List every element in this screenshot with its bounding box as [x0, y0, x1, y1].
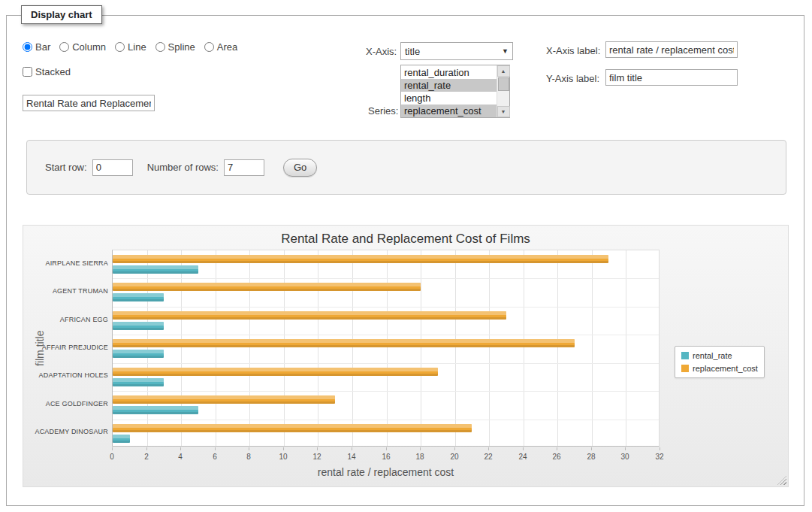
x-tick-label: 22 — [477, 453, 500, 461]
radio-area-input[interactable] — [204, 42, 214, 52]
series-option-list: rental_duration rental_rate length repla… — [401, 65, 497, 117]
gridline — [113, 363, 659, 364]
x-tick-label: 30 — [614, 453, 636, 461]
bar-replacement_cost — [113, 395, 335, 404]
tick-mark — [557, 447, 557, 450]
gridline — [284, 250, 285, 446]
tick-mark — [146, 447, 147, 450]
stacked-checkbox-input[interactable] — [23, 67, 32, 77]
stacked-checkbox-item[interactable]: Stacked — [23, 66, 71, 77]
panel-legend: Display chart — [21, 5, 102, 24]
chevron-down-icon: ▼ — [502, 47, 509, 55]
category-label: ACE GOLDFINGER — [26, 400, 108, 407]
x-tick-label: 10 — [272, 453, 294, 461]
radio-area[interactable]: Area — [204, 41, 237, 53]
series-option-length[interactable]: length — [401, 92, 497, 105]
chart-title-input[interactable] — [23, 95, 155, 111]
x-tick-label: 18 — [409, 453, 431, 461]
gridline — [592, 250, 593, 446]
legend-item[interactable]: rental_rate — [681, 351, 758, 360]
bar-rental_rate — [113, 293, 164, 301]
radio-column-input[interactable] — [59, 42, 69, 52]
chart-type-radio-group: Bar Column Line Spline Area — [23, 41, 237, 53]
gridline — [421, 250, 421, 446]
start-row-label: Start row: — [45, 162, 87, 173]
panel-legend-label: Display chart — [31, 9, 92, 20]
x-tick-label: 0 — [101, 453, 123, 461]
gridline — [147, 250, 148, 446]
bar-replacement_cost — [113, 283, 421, 291]
radio-spline-input[interactable] — [155, 42, 165, 52]
gridline — [352, 250, 353, 446]
radio-line[interactable]: Line — [115, 41, 146, 53]
x-tick-label: 2 — [135, 453, 158, 461]
bar-replacement_cost — [113, 368, 438, 376]
bar-rental_rate — [113, 265, 198, 274]
start-row-input[interactable] — [92, 159, 133, 176]
tick-mark — [488, 447, 489, 450]
num-rows-label: Number of rows: — [147, 162, 219, 173]
yaxis-label-input[interactable] — [605, 69, 738, 86]
series-multiselect[interactable]: rental_duration rental_rate length repla… — [400, 65, 510, 118]
bar-replacement_cost — [113, 255, 608, 263]
resize-handle-icon[interactable] — [777, 476, 786, 485]
x-tick-label: 14 — [340, 453, 363, 461]
scroll-up-icon[interactable]: ▲ — [497, 65, 510, 77]
xaxis-label-input[interactable] — [605, 41, 738, 58]
gridline — [318, 250, 318, 446]
xaxis-select[interactable]: title ▼ — [400, 42, 513, 60]
series-option-rental-duration[interactable]: rental_duration — [401, 66, 497, 79]
yaxis-field-label: Y-Axis label: — [546, 73, 599, 84]
gridline — [524, 250, 524, 446]
gridline — [387, 250, 388, 446]
stacked-row: Stacked — [23, 66, 71, 77]
legend-label: rental_rate — [693, 351, 732, 360]
radio-bar[interactable]: Bar — [23, 41, 50, 53]
scroll-down-icon[interactable]: ▼ — [497, 106, 510, 117]
scrollbar-thumb[interactable] — [498, 77, 509, 91]
radio-spline-label: Spline — [168, 41, 195, 53]
tick-mark — [386, 447, 387, 450]
radio-column[interactable]: Column — [59, 41, 106, 53]
legend-label: replacement_cost — [693, 364, 758, 373]
x-tick-label: 4 — [169, 453, 192, 461]
gridline — [626, 250, 626, 446]
num-rows-input[interactable] — [224, 159, 264, 176]
x-tick-label: 32 — [648, 453, 671, 461]
chart-title: Rental Rate and Replacement Cost of Film… — [23, 232, 788, 247]
gridline — [113, 307, 659, 308]
tick-mark — [591, 447, 592, 450]
xaxis-select-value: title — [405, 46, 420, 57]
scrollbar[interactable]: ▲ ▼ — [497, 65, 509, 117]
series-option-replacement-cost[interactable]: replacement_cost — [401, 105, 497, 117]
radio-area-label: Area — [217, 41, 237, 53]
x-tick-label: 20 — [443, 453, 466, 461]
go-button[interactable]: Go — [283, 159, 317, 177]
tick-mark — [625, 447, 626, 450]
x-tick-label: 16 — [375, 453, 397, 461]
stacked-label: Stacked — [35, 66, 71, 77]
tick-mark — [317, 447, 318, 450]
category-label: AFFAIR PREJUDICE — [26, 344, 108, 351]
radio-line-input[interactable] — [115, 42, 125, 52]
tick-mark — [454, 447, 455, 450]
xaxis-field-label: X-Axis label: — [546, 45, 600, 56]
x-tick-label: 8 — [237, 453, 260, 461]
bar-replacement_cost — [113, 339, 575, 347]
series-option-rental-rate[interactable]: rental_rate — [401, 79, 497, 92]
legend-item[interactable]: replacement_cost — [681, 364, 758, 373]
tick-mark — [215, 447, 216, 450]
radio-bar-label: Bar — [35, 41, 50, 53]
tick-mark — [660, 447, 660, 450]
radio-spline[interactable]: Spline — [155, 41, 195, 53]
bar-replacement_cost — [113, 311, 506, 320]
bar-rental_rate — [113, 350, 164, 358]
x-tick-label: 6 — [204, 453, 226, 461]
tick-mark — [180, 447, 181, 450]
gridline — [455, 250, 456, 446]
radio-bar-input[interactable] — [23, 42, 32, 52]
gridline — [181, 250, 182, 446]
gridline — [249, 250, 250, 446]
tick-mark — [283, 447, 284, 450]
xaxis-select-label: X-Axis: — [366, 46, 397, 57]
